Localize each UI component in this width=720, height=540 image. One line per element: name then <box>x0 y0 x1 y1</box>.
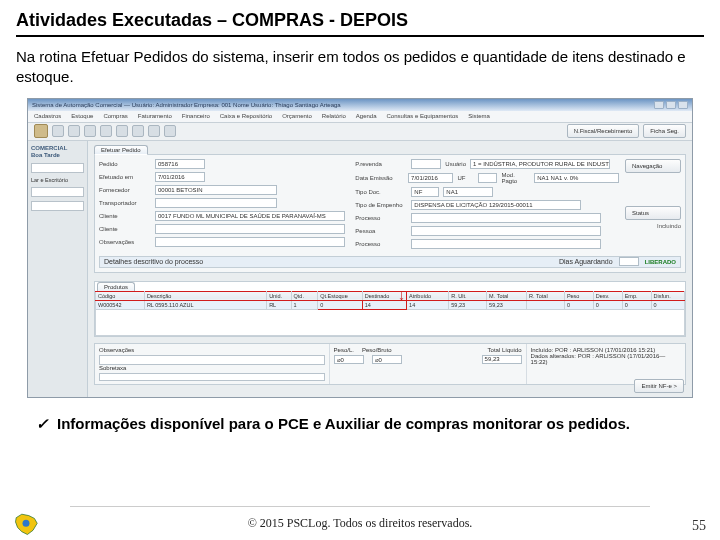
tool-icon[interactable] <box>52 125 64 137</box>
table-row[interactable] <box>96 309 685 335</box>
menu-item[interactable]: Cadastros <box>34 113 61 119</box>
col-qtd[interactable]: Qtd. <box>291 291 318 300</box>
fld[interactable]: ⌀0 <box>334 355 364 364</box>
fld-observ[interactable] <box>155 237 345 247</box>
cell: 14 <box>407 300 449 309</box>
menu-item[interactable]: Consultas e Equipamentos <box>387 113 459 119</box>
menu-item[interactable]: Orçamento <box>282 113 312 119</box>
lbl-transp: Transportador <box>99 200 151 206</box>
fld-transp[interactable] <box>155 198 277 208</box>
lbl-fornecedor: Fornecedor <box>99 187 151 193</box>
fld-cliente2[interactable] <box>155 224 345 234</box>
lbl-processo2: Processo <box>355 241 407 247</box>
menu-item[interactable]: Faturamento <box>138 113 172 119</box>
fld-efetuado[interactable]: 7/01/2016 <box>155 172 205 182</box>
products-grid[interactable]: Código Descrição Unid. Qtd. Qt.Estoque D… <box>95 291 685 336</box>
home-icon[interactable] <box>34 124 48 138</box>
lbl-uf: UF <box>457 175 474 181</box>
maximize-icon[interactable] <box>666 101 676 109</box>
tool-icon[interactable] <box>132 125 144 137</box>
cell <box>527 300 565 309</box>
menu-item[interactable]: Agenda <box>356 113 377 119</box>
menu-item[interactable]: Caixa e Repositório <box>220 113 272 119</box>
cell: 59,23 <box>449 300 487 309</box>
fld-tipo[interactable]: NF <box>411 187 439 197</box>
col-desv[interactable]: Desv. <box>593 291 622 300</box>
fichaseg-button[interactable]: Ficha Seg. <box>643 124 686 138</box>
fld-fornecedor[interactable]: 00001 BETOSIN <box>155 185 277 195</box>
col-rult[interactable]: R. Ult. <box>449 291 487 300</box>
col-disf[interactable]: Disfun. <box>651 291 684 300</box>
lbl: Total Líquido <box>488 347 522 353</box>
emitir-nfe-button[interactable]: Emitir NF-e > <box>634 379 684 393</box>
fld-emissao[interactable]: 7/01/2016 <box>408 173 453 183</box>
fld-processo[interactable] <box>411 213 601 223</box>
tool-icon[interactable] <box>116 125 128 137</box>
tool-icon[interactable] <box>148 125 160 137</box>
sidebar-box[interactable] <box>31 187 84 197</box>
dias-label: Dias Aguardando <box>559 258 613 265</box>
cell: 0 <box>593 300 622 309</box>
footer-copyright: © 2015 PSCLog. Todos os direitos reserva… <box>248 516 473 531</box>
page-number: 55 <box>692 518 706 534</box>
tab-produtos[interactable]: Produtos <box>97 282 135 291</box>
fld[interactable]: ⌀0 <box>372 355 402 364</box>
dias-field[interactable] <box>619 257 639 266</box>
table-row[interactable]: W000542 RL 0595.110 AZUL RL 1 0 14 14 59… <box>96 300 685 309</box>
sidebar-box[interactable] <box>31 201 84 211</box>
fld-usuario[interactable]: 1 = INDÚSTRIA, PRODUTOR RURAL DE INDUSTR… <box>470 159 610 169</box>
col-estoque[interactable]: Qt.Estoque <box>318 291 362 300</box>
fld-total[interactable]: 59,23 <box>482 355 522 364</box>
menu-item[interactable]: Estoque <box>71 113 93 119</box>
close-icon[interactable] <box>678 101 688 109</box>
col-rtot[interactable]: R. Total <box>527 291 565 300</box>
app-screenshot: Sistema de Automação Comercial — Usuário… <box>27 98 693 398</box>
menu-item[interactable]: Relatório <box>322 113 346 119</box>
sidebar-box[interactable] <box>31 163 84 173</box>
fld-processo2[interactable] <box>411 239 601 249</box>
tool-icon[interactable] <box>100 125 112 137</box>
detalhes-label: Detalhes descritivo do processo <box>104 258 203 265</box>
menu-item[interactable]: Sistema <box>468 113 490 119</box>
grid-panel: Produtos Código Descrição U <box>94 281 686 337</box>
fld-pedido[interactable]: 058716 <box>155 159 205 169</box>
menu-item[interactable]: Financeiro <box>182 113 210 119</box>
fld-pessoa[interactable] <box>411 226 601 236</box>
check-icon: ✓ <box>36 414 49 434</box>
fld-pag[interactable]: NA1 NA1 v. 0% <box>534 173 619 183</box>
col-peso[interactable]: Peso <box>564 291 593 300</box>
tool-icon[interactable] <box>164 125 176 137</box>
fld-cliente[interactable]: 0017 FUNDO ML MUNICIPAL DE SAÚDE DE PARA… <box>155 211 345 221</box>
fld-pvenda[interactable] <box>411 159 441 169</box>
col-codigo[interactable]: Código <box>96 291 145 300</box>
status-button[interactable]: Status <box>625 206 681 220</box>
obs-field[interactable] <box>99 373 325 381</box>
tool-icon[interactable] <box>84 125 96 137</box>
form-panel: Pedido 058716 Efetuado em 7/01/2016 Forn… <box>94 154 686 273</box>
tool-icon[interactable] <box>68 125 80 137</box>
col-emp[interactable]: Emp. <box>622 291 651 300</box>
cell-estoque: 0 <box>318 300 362 309</box>
notafiscal-button[interactable]: N.Fiscal/Recebimento <box>567 124 640 138</box>
col-un[interactable]: Unid. <box>267 291 291 300</box>
minimize-icon[interactable] <box>654 101 664 109</box>
menu-item[interactable]: Compras <box>103 113 127 119</box>
toolbar: N.Fiscal/Recebimento Ficha Seg. <box>28 123 692 141</box>
cell-destinado: 14 <box>362 300 406 309</box>
fld-uf[interactable] <box>478 173 497 183</box>
col-desc[interactable]: Descrição <box>144 291 266 300</box>
col-atr[interactable]: Atribuído <box>407 291 449 300</box>
obs-lbl: Observações <box>99 347 134 353</box>
cell: RL 0595.110 AZUL <box>144 300 266 309</box>
col-mtot[interactable]: M. Total <box>487 291 527 300</box>
fld-empenho[interactable]: DISPENSA DE LICITAÇÃO 129/2015-00011 <box>411 200 581 210</box>
window-controls <box>654 101 688 109</box>
tab-efetuar-pedido[interactable]: Efetuar Pedido <box>94 145 148 155</box>
navegacao-button[interactable]: Navegação <box>625 159 681 173</box>
lbl-usuario: Usuário <box>445 161 466 167</box>
lbl-cliente: Cliente <box>99 213 151 219</box>
menubar: Cadastros Estoque Compras Faturamento Fi… <box>28 111 692 123</box>
fld-nat[interactable]: NA1 <box>443 187 493 197</box>
col-dest[interactable]: Destinado <box>362 291 406 300</box>
obs-field[interactable] <box>99 355 325 365</box>
